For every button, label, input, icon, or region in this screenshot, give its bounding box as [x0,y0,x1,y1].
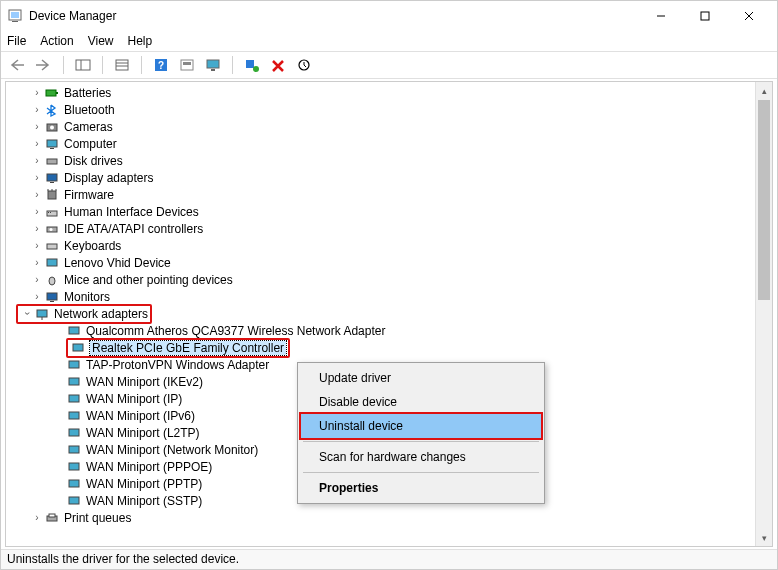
tree-label: Realtek PCIe GbE Family Controller [90,341,286,355]
maximize-button[interactable] [683,1,727,31]
tree-item-firmware[interactable]: › Firmware [6,186,772,203]
network-adapter-icon [66,374,82,390]
tree-label: Cameras [64,120,113,134]
tree-label: WAN Miniport (Network Monitor) [86,443,258,457]
svg-rect-40 [47,259,57,266]
expand-icon[interactable]: › [30,274,44,285]
tree-label: Monitors [64,290,110,304]
svg-rect-2 [12,21,18,22]
svg-rect-4 [701,12,709,20]
mouse-icon [44,272,60,288]
close-button[interactable] [727,1,771,31]
svg-rect-21 [46,90,56,96]
expand-icon[interactable]: › [30,104,44,115]
tree-item-disk-drives[interactable]: › Disk drives [6,152,772,169]
expand-icon[interactable]: › [30,172,44,183]
tree-item-monitors[interactable]: › Monitors [6,288,772,305]
expand-icon[interactable]: › [30,257,44,268]
expand-icon[interactable]: › [30,87,44,98]
cm-disable-device[interactable]: Disable device [301,390,541,414]
monitor-icon [44,289,60,305]
cm-properties[interactable]: Properties [301,476,541,500]
tree-label: WAN Miniport (L2TP) [86,426,200,440]
minimize-button[interactable] [639,1,683,31]
tree-label: TAP-ProtonVPN Windows Adapter [86,358,269,372]
scroll-up-button[interactable]: ▴ [756,82,773,99]
printer-icon [44,510,60,526]
menu-view[interactable]: View [88,34,114,48]
svg-rect-34 [47,211,57,216]
svg-text:?: ? [158,60,164,71]
toolbar-icon-2[interactable] [176,54,198,76]
properties-button[interactable] [111,54,133,76]
tree-item-network-adapters[interactable]: › Network adapters [6,305,772,322]
network-adapter-icon [70,340,86,356]
tree-item-display-adapters[interactable]: › Display adapters [6,169,772,186]
tree-label: Mice and other pointing devices [64,273,233,287]
expand-icon[interactable]: › [30,155,44,166]
svg-rect-1 [11,12,19,18]
tree-item-qualcomm[interactable]: Qualcomm Atheros QCA9377 Wireless Networ… [6,322,772,339]
network-adapter-icon [66,408,82,424]
svg-rect-43 [50,301,54,302]
expand-icon[interactable]: › [30,240,44,251]
expand-icon[interactable]: › [30,206,44,217]
tree-item-batteries[interactable]: › Batteries [6,84,772,101]
tree-label: WAN Miniport (IKEv2) [86,375,203,389]
expand-icon[interactable]: › [30,512,44,523]
svg-rect-9 [116,60,128,70]
tree-item-bluetooth[interactable]: › Bluetooth [6,101,772,118]
menu-action[interactable]: Action [40,34,73,48]
hid-icon [44,204,60,220]
show-hide-tree-button[interactable] [72,54,94,76]
svg-rect-52 [69,429,79,436]
monitor-icon[interactable] [202,54,224,76]
cm-uninstall-device[interactable]: Uninstall device [301,414,541,438]
tree-item-ide[interactable]: › IDE ATA/ATAPI controllers [6,220,772,237]
help-button[interactable]: ? [150,54,172,76]
tree-label: Disk drives [64,154,123,168]
tree-label: Print queues [64,511,131,525]
tree-item-realtek[interactable]: Realtek PCIe GbE Family Controller [6,339,772,356]
scroll-thumb[interactable] [758,100,770,300]
collapse-icon[interactable]: › [22,307,33,321]
forward-button[interactable] [33,54,55,76]
tree-label: Network adapters [54,307,148,321]
bluetooth-icon [44,102,60,118]
tree-label: IDE ATA/ATAPI controllers [64,222,203,236]
svg-rect-53 [69,446,79,453]
tree-item-keyboards[interactable]: › Keyboards [6,237,772,254]
expand-icon[interactable]: › [30,189,44,200]
display-icon [44,170,60,186]
tree-item-print-queues[interactable]: › Print queues [6,509,772,526]
tree-item-mice[interactable]: › Mice and other pointing devices [6,271,772,288]
keyboard-icon [44,238,60,254]
tree-label: Bluetooth [64,103,115,117]
cm-update-driver[interactable]: Update driver [301,366,541,390]
network-adapter-icon [66,323,82,339]
menu-help[interactable]: Help [128,34,153,48]
network-adapter-icon [66,459,82,475]
expand-icon[interactable]: › [30,291,44,302]
context-menu: Update driver Disable device Uninstall d… [297,362,545,504]
expand-icon[interactable]: › [30,223,44,234]
expand-icon[interactable]: › [30,121,44,132]
vertical-scrollbar[interactable]: ▴ ▾ [755,82,772,546]
tree-item-cameras[interactable]: › Cameras [6,118,772,135]
svg-rect-25 [47,140,57,147]
update-driver-button[interactable] [293,54,315,76]
tree-item-lenovo-vhid[interactable]: › Lenovo Vhid Device [6,254,772,271]
scroll-down-button[interactable]: ▾ [756,529,773,546]
tree-item-hid[interactable]: › Human Interface Devices [6,203,772,220]
tree-label: Display adapters [64,171,153,185]
tree-item-computer[interactable]: › Computer [6,135,772,152]
scan-hardware-button[interactable] [241,54,263,76]
tree-label: Keyboards [64,239,121,253]
title-bar: Device Manager [1,1,777,31]
svg-rect-15 [183,62,191,65]
cm-scan-hardware[interactable]: Scan for hardware changes [301,445,541,469]
back-button[interactable] [7,54,29,76]
uninstall-button[interactable] [267,54,289,76]
menu-file[interactable]: File [7,34,26,48]
expand-icon[interactable]: › [30,138,44,149]
